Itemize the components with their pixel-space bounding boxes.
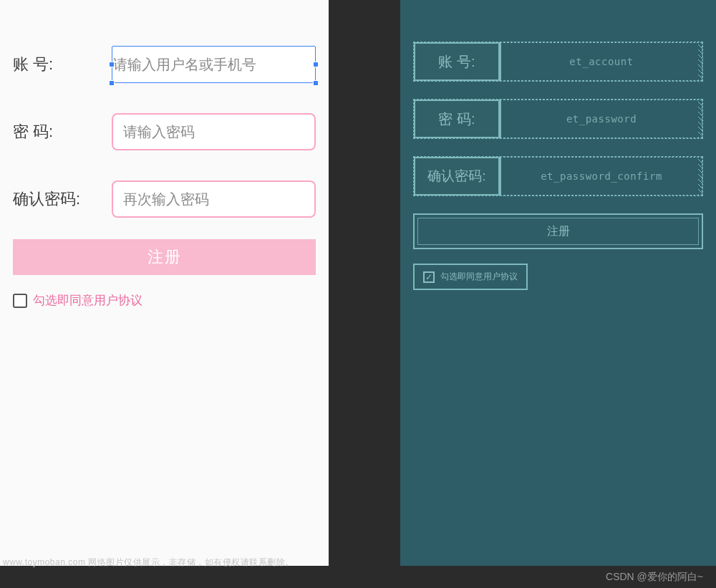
register-button[interactable]: 注册 (13, 239, 316, 275)
account-row: 账 号: (13, 44, 316, 85)
blueprint-panel: 账 号: et_account 密 码: et_password 确认密码: e… (400, 0, 716, 566)
password-row: 密 码: (13, 112, 316, 152)
watermark: CSDN @爱你的阿白~ (606, 571, 703, 584)
password-label: 密 码: (13, 121, 112, 143)
confirm-password-input[interactable] (112, 180, 316, 218)
bp-account-label: 账 号: (414, 42, 500, 81)
agree-checkbox[interactable] (13, 294, 27, 308)
account-input[interactable] (112, 46, 316, 83)
layout-designer-split: 账 号: 密 码: 确认密码: 注册 勾选即同意 (0, 0, 716, 566)
bp-confirm-label: 确认密码: (414, 157, 500, 196)
agree-text[interactable]: 勾选即同意用户协议 (33, 292, 142, 309)
bp-password-row[interactable]: 密 码: et_password (413, 99, 703, 139)
confirm-password-label: 确认密码: (13, 188, 112, 210)
bp-agree-row[interactable]: ✓ 勾选即同意用户协议 (413, 264, 528, 290)
bp-agree-text: 勾选即同意用户协议 (440, 271, 518, 283)
bp-account-input[interactable]: et_account (500, 42, 702, 81)
account-label: 账 号: (13, 54, 112, 75)
preview-panel: 账 号: 密 码: 确认密码: 注册 勾选即同意 (0, 0, 329, 566)
bp-password-input[interactable]: et_password (500, 100, 702, 138)
checkbox-checked-icon: ✓ (423, 271, 435, 283)
agree-row: 勾选即同意用户协议 (13, 292, 316, 309)
bp-confirm-input[interactable]: et_password_confirm (500, 157, 702, 196)
bp-account-row[interactable]: 账 号: et_account (413, 42, 703, 82)
confirm-password-row: 确认密码: (13, 179, 316, 219)
bp-register-button[interactable]: 注册 (413, 213, 703, 249)
bp-password-label: 密 码: (414, 100, 500, 138)
footer-note: www.toymoban.com 网络图片仅供展示，非存储，如有侵权请联系删除。 (3, 556, 294, 569)
password-input[interactable] (112, 113, 316, 150)
bp-confirm-row[interactable]: 确认密码: et_password_confirm (413, 156, 703, 196)
